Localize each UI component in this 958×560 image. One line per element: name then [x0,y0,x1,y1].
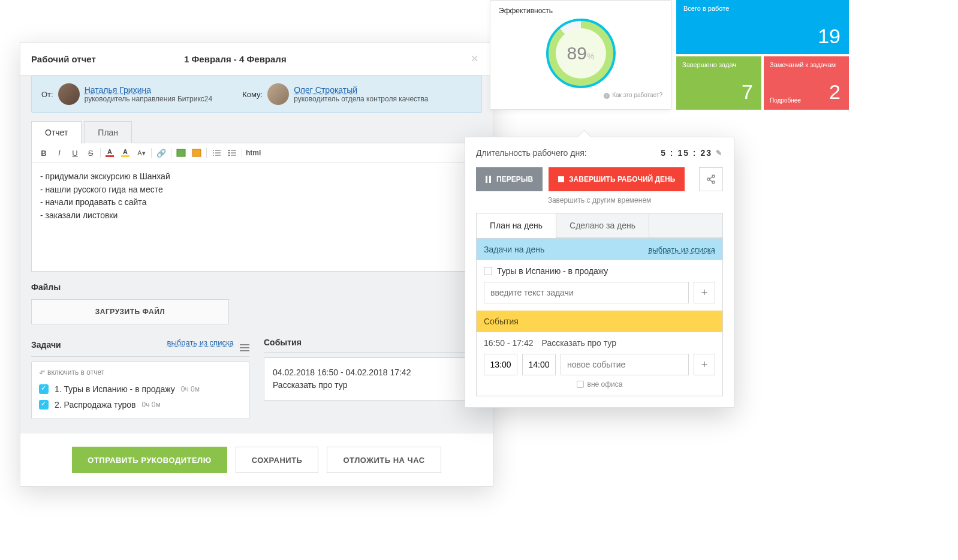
svg-point-22 [707,178,710,180]
add-task-button[interactable]: + [694,282,715,303]
select-from-list-link[interactable]: выбрать из списка [648,245,715,254]
task-text: 1. Туры в Испанию - в продажу [55,384,175,394]
events-column: События 04.02.2018 16:50 - 04.02.2018 17… [264,338,482,419]
strike-icon[interactable]: S [85,147,97,159]
info-icon: i [604,93,610,99]
tile-value: 2 [829,80,840,104]
tile-in-work[interactable]: Всего в работе 19 [676,0,849,54]
italic-icon[interactable]: I [53,147,65,159]
pause-button[interactable]: ПЕРЕРЫВ [476,167,543,191]
editor-line: - нашли русского гида на месте [40,183,473,197]
bg-color-icon[interactable]: A [120,147,132,159]
video-icon[interactable] [191,147,203,159]
percent-sign: % [587,52,594,61]
close-icon[interactable]: × [467,51,482,67]
day-task-item: Туры в Испанию - в продажу [484,266,715,276]
tile-title: Завершено задач [682,61,755,68]
upload-file-button[interactable]: ЗАГРУЗИТЬ ФАЙЛ [31,299,229,324]
pause-icon [486,176,492,183]
add-event-button[interactable]: + [694,354,715,375]
svg-rect-19 [489,176,491,183]
list-icon[interactable] [240,344,249,351]
pencil-icon[interactable]: ✎ [716,149,723,157]
duration-value: 5 : 15 : 23 [661,148,712,158]
tile-more-link[interactable]: Подробнее [770,97,801,104]
report-tabs: Отчет План [31,121,482,143]
event-end-input[interactable] [522,354,556,375]
delay-hour-button[interactable]: ОТЛОЖИТЬ НА ЧАС [327,447,441,473]
avatar[interactable] [58,83,80,105]
svg-rect-5 [192,149,201,156]
day-tabs: План на день Сделано за день [476,213,723,239]
bold-icon[interactable]: B [38,147,50,159]
stop-icon [558,176,564,182]
event-time: 16:50 - 17:42 [484,338,534,348]
from-group: От: Наталья Грихина руководитель направл… [41,83,212,105]
day-tasks-header: Задачи на день выбрать из списка [477,239,722,260]
avatar[interactable] [267,83,289,105]
ol-icon[interactable] [210,147,222,159]
share-icon [706,174,716,184]
tasks-column: Задачи выбрать из списка ↳ включить в от… [31,338,249,419]
svg-point-23 [712,181,715,183]
link-icon[interactable]: 🔗 [155,147,167,159]
event-start-input[interactable] [484,354,517,375]
task-text: Туры в Испанию - в продажу [497,266,608,276]
new-event-input[interactable] [561,354,689,375]
modal-title: Рабочий отчет [31,54,184,64]
tab-day-plan[interactable]: План на день [477,213,556,238]
to-label: Кому: [242,90,263,99]
task-checkbox[interactable] [484,267,492,275]
image-icon[interactable] [175,147,187,159]
font-size-icon[interactable]: A▾ [135,147,147,159]
save-button[interactable]: СОХРАНИТЬ [236,447,319,473]
task-text: 2. Распродажа туров [55,400,136,410]
duration-label: Длительность рабочего дня: [476,148,587,158]
end-workday-button[interactable]: ЗАВЕРШИТЬ РАБОЧИЙ ДЕНЬ [549,167,685,191]
task-checkbox[interactable] [39,384,49,394]
work-report-modal: Рабочий отчет 1 Февраля - 4 Февраля × От… [20,42,493,487]
send-to-manager-button[interactable]: ОТПРАВИТЬ РУКОВОДИТЕЛЮ [72,447,227,473]
modal-date-range: 1 Февраля - 4 Февраля [184,54,467,64]
out-of-office-checkbox[interactable] [577,381,584,388]
svg-line-25 [710,180,712,182]
select-from-list-link[interactable]: выбрать из списка [167,338,234,347]
text-color-icon[interactable]: A [104,147,116,159]
tile-value: 7 [742,80,753,104]
share-button[interactable] [699,167,723,191]
tile-title: Всего в работе [683,5,842,12]
modal-body: От: Наталья Грихина руководитель направл… [20,75,493,433]
task-checkbox[interactable] [39,400,49,410]
svg-rect-4 [177,149,185,156]
tab-plan[interactable]: План [84,121,132,143]
include-in-report-caption: ↳ включить в отчет [39,368,242,377]
from-to-box: От: Наталья Грихина руководитель направл… [31,76,482,113]
task-row: 2. Распродажа туров 0ч 0м [39,397,242,413]
html-button[interactable]: html [246,149,261,157]
new-task-input[interactable] [484,282,689,303]
tile-remarks[interactable]: Замечаний к задачам Подробнее 2 [764,56,849,110]
from-person-link[interactable]: Наталья Грихина [85,85,212,95]
day-events-header: События [477,311,722,332]
end-other-time-link[interactable]: Завершить с другим временем [476,196,723,204]
how-it-works-link[interactable]: iКак это работает? [499,92,662,99]
tile-title: Замечаний к задачам [770,61,843,68]
underline-icon[interactable]: U [69,147,81,159]
to-person-link[interactable]: Олег Строкатый [294,85,428,95]
workday-panel: Длительность рабочего дня: 5 : 15 : 23 ✎… [465,137,734,408]
event-text: Рассказать про тур [273,379,473,392]
editor-textarea[interactable]: - придумали экскурсию в Шанхай - нашли р… [32,163,481,271]
ul-icon[interactable] [226,147,238,159]
editor-line: - начали продавать с сайта [40,196,473,209]
events-box: 04.02.2018 16:50 - 04.02.2018 17:42 Расс… [264,357,482,401]
modal-header: Рабочий отчет 1 Февраля - 4 Февраля × [20,43,493,75]
tile-value: 19 [818,25,840,48]
svg-text:A: A [123,149,128,155]
tile-done[interactable]: Завершено задач 7 [676,56,761,110]
svg-rect-18 [486,176,487,183]
tab-report[interactable]: Отчет [31,121,82,143]
svg-point-21 [712,175,715,177]
tab-day-done[interactable]: Сделано за день [556,213,649,238]
task-time: 0ч 0м [181,385,200,393]
svg-point-12 [228,150,230,151]
